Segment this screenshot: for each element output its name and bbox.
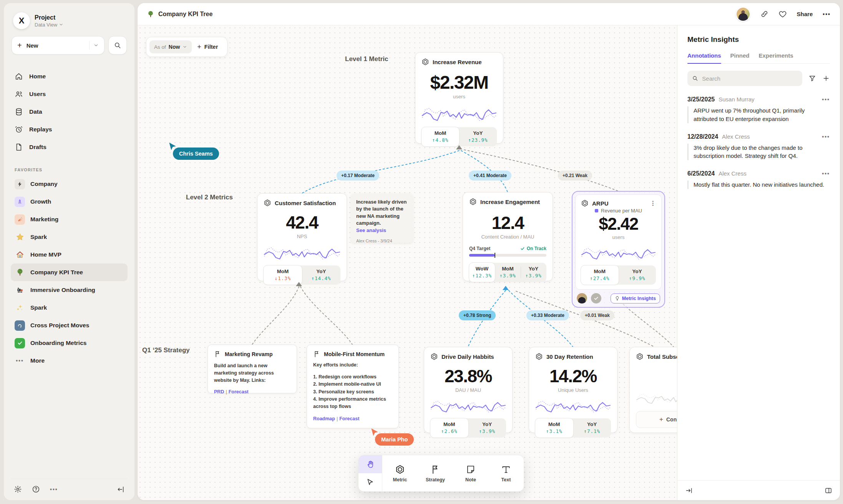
- project-switcher[interactable]: X Project Data View: [11, 11, 128, 36]
- sidebar-item-drafts[interactable]: Drafts: [11, 138, 128, 156]
- stat-mom[interactable]: MoM ↑27.4%: [581, 265, 619, 285]
- metric-card-30-day-retention[interactable]: 30 Day Retention 14.2% Unique Users MoM …: [529, 347, 617, 433]
- text-tool[interactable]: Text: [488, 455, 524, 491]
- metric-card-drive-daily-habbits[interactable]: Drive Daily Habbits 23.8% DAU / MAU MoM …: [424, 347, 513, 433]
- annotation-menu-icon[interactable]: •••: [822, 134, 830, 140]
- annotation-menu-icon[interactable]: •••: [822, 96, 830, 103]
- correlation-badge[interactable]: +0.41 Moderate: [469, 171, 511, 181]
- sidebar-item-data[interactable]: Data: [11, 103, 128, 121]
- metric-card-increase-engagement[interactable]: Increase Engagement 12.4 Content Creatio…: [463, 192, 553, 281]
- link-forecast[interactable]: Forecast: [339, 416, 359, 421]
- strategy-card-mobile-first-momentum[interactable]: Mobile-First Momentum Key efforts includ…: [307, 345, 399, 428]
- correlation-badge[interactable]: +0.01 Weak: [580, 310, 614, 320]
- sidebar-item-immersive-onboarding[interactable]: Immersive Onboarding: [11, 281, 128, 299]
- add-filter-button[interactable]: + Filter: [192, 43, 224, 51]
- header-more-icon[interactable]: •••: [823, 11, 831, 17]
- correlation-badge[interactable]: +0.78 Strong: [459, 310, 496, 320]
- search-input[interactable]: [702, 75, 798, 82]
- stat-wow[interactable]: WoW ↑12.3%: [469, 262, 495, 282]
- chevron-down-icon: [59, 22, 63, 27]
- annotation-menu-icon[interactable]: •••: [822, 171, 830, 177]
- annotation-date: 12/28/2024: [687, 133, 718, 140]
- favorite-button[interactable]: [778, 10, 787, 18]
- annotations-search[interactable]: [687, 71, 802, 86]
- share-button[interactable]: Share: [797, 11, 813, 17]
- sidebar-item-spark[interactable]: Spark: [11, 228, 128, 246]
- hand-tool[interactable]: [358, 455, 382, 473]
- metric-tool[interactable]: Metric: [382, 455, 418, 491]
- new-button[interactable]: + New: [12, 36, 105, 55]
- check-icon: [520, 246, 525, 251]
- sidebar-item-spark-2[interactable]: Spark: [11, 299, 128, 317]
- note-tool[interactable]: Note: [453, 455, 488, 491]
- sidebar-item-company-kpi-tree[interactable]: Company KPI Tree: [11, 264, 128, 281]
- link-roadmap[interactable]: Roadmap: [313, 416, 335, 421]
- link-prd[interactable]: PRD: [214, 389, 224, 395]
- add-annotation-icon[interactable]: [822, 75, 830, 82]
- stat-yoy[interactable]: YoY ↑14.4%: [302, 265, 340, 285]
- annotation-item[interactable]: 12/28/2024 Alex Cress ••• 3% drop likely…: [687, 133, 830, 161]
- plus-icon: +: [659, 416, 663, 423]
- filter-funnel-icon[interactable]: [808, 75, 816, 82]
- sidebar-item-label: Users: [29, 91, 46, 98]
- gear-icon[interactable]: [14, 485, 22, 493]
- stat-yoy[interactable]: YoY ↑3.9%: [521, 263, 546, 282]
- strategy-card-marketing-revamp[interactable]: Marketing Revamp Build and launch a new …: [207, 345, 297, 393]
- avatar[interactable]: [736, 7, 750, 22]
- tab-pinned[interactable]: Pinned: [730, 52, 750, 63]
- stat-mom[interactable]: MoM ↑2.6%: [430, 418, 469, 438]
- metric-card-total-subscriptions[interactable]: Total Subscript + Connect: [629, 347, 677, 433]
- metric-card-customer-satisfaction[interactable]: Customer Satisfaction 42.4 NPS MoM ↓1.3%…: [257, 193, 347, 281]
- correlation-badge[interactable]: +0.17 Moderate: [337, 171, 379, 181]
- stat-mom[interactable]: MoM ↑3.1%: [535, 418, 574, 438]
- collaborator-name: Maria Pho: [375, 433, 414, 446]
- stat-yoy[interactable]: YoY ↑3.9%: [468, 418, 506, 438]
- stat-mom[interactable]: MoM ↑4.8%: [421, 127, 460, 147]
- stat-mom[interactable]: MoM ↑3.9%: [495, 263, 521, 282]
- strategy-tool[interactable]: Strategy: [418, 455, 453, 491]
- card-menu-icon[interactable]: ⋮: [650, 200, 656, 207]
- collapse-sidebar-icon[interactable]: [117, 486, 124, 493]
- layout-panel-icon[interactable]: [825, 487, 832, 494]
- strategy-links: PRD|Forecast: [214, 389, 290, 395]
- chevron-down-icon[interactable]: [93, 43, 99, 48]
- canvas-note[interactable]: Increase likely driven by the launch of …: [351, 194, 413, 243]
- correlation-badge[interactable]: +0.33 Moderate: [526, 310, 569, 320]
- metric-card-arpu-selected[interactable]: ARPU ⋮ Revenue per MAU $2.42 users MoM ↑…: [572, 191, 665, 308]
- sidebar-item-home-mvp[interactable]: Home MVP: [11, 246, 128, 264]
- as-of-dropdown[interactable]: As of Now: [149, 40, 192, 53]
- stat-yoy[interactable]: YoY ↑7.1%: [573, 418, 611, 438]
- connect-data-button[interactable]: + Connect: [636, 411, 677, 428]
- sidebar-item-growth[interactable]: Growth: [11, 193, 128, 211]
- copy-link-button[interactable]: [760, 10, 768, 18]
- link-forecast[interactable]: Forecast: [229, 389, 249, 395]
- kpi-canvas[interactable]: As of Now + Filter Level 1 Metric Level …: [138, 25, 677, 500]
- collaborator-cursor-chris: Chris Seams: [173, 148, 219, 160]
- sidebar-item-home[interactable]: Home: [11, 68, 128, 85]
- train-icon: [15, 285, 25, 295]
- sidebar-item-onboarding-metrics[interactable]: Onboarding Metrics: [11, 334, 128, 352]
- stat-yoy[interactable]: YoY ↑23.9%: [459, 127, 497, 146]
- metric-card-increase-revenue[interactable]: Increase Revenue $2.32M users MoM ↑4.8% …: [415, 52, 503, 144]
- help-icon[interactable]: [32, 485, 40, 493]
- correlation-badge[interactable]: +0.21 Weak: [558, 171, 592, 181]
- sidebar-more-actions-icon[interactable]: •••: [50, 486, 58, 492]
- sidebar-item-users[interactable]: Users: [11, 85, 128, 103]
- stat-yoy[interactable]: YoY ↑9.9%: [619, 265, 656, 285]
- sidebar-item-company[interactable]: Company: [11, 175, 128, 193]
- sidebar-item-marketing[interactable]: Marketing: [11, 211, 128, 228]
- collapse-panel-icon[interactable]: [685, 487, 693, 494]
- tab-annotations[interactable]: Annotations: [687, 52, 721, 63]
- annotation-item[interactable]: 3/25/2025 Susan Murray ••• ARPU went up …: [687, 96, 830, 123]
- search-button[interactable]: [108, 36, 127, 55]
- sidebar-item-replays[interactable]: Replays: [11, 121, 128, 138]
- annotation-date: 6/25/2024: [687, 170, 715, 177]
- metric-insights-button[interactable]: Metric Insights: [611, 293, 660, 303]
- note-link[interactable]: See analysis: [356, 227, 408, 233]
- select-tool[interactable]: [358, 473, 382, 491]
- tab-experiments[interactable]: Experiments: [759, 52, 793, 63]
- sidebar-item-more[interactable]: ••• More: [11, 352, 128, 370]
- main-window: Company KPI Tree Share •••: [138, 3, 840, 500]
- annotation-item[interactable]: 6/25/2024 Alex Cress ••• Mostly flat thi…: [687, 170, 830, 189]
- sidebar-item-cross-project-moves[interactable]: Cross Project Moves: [11, 317, 128, 334]
